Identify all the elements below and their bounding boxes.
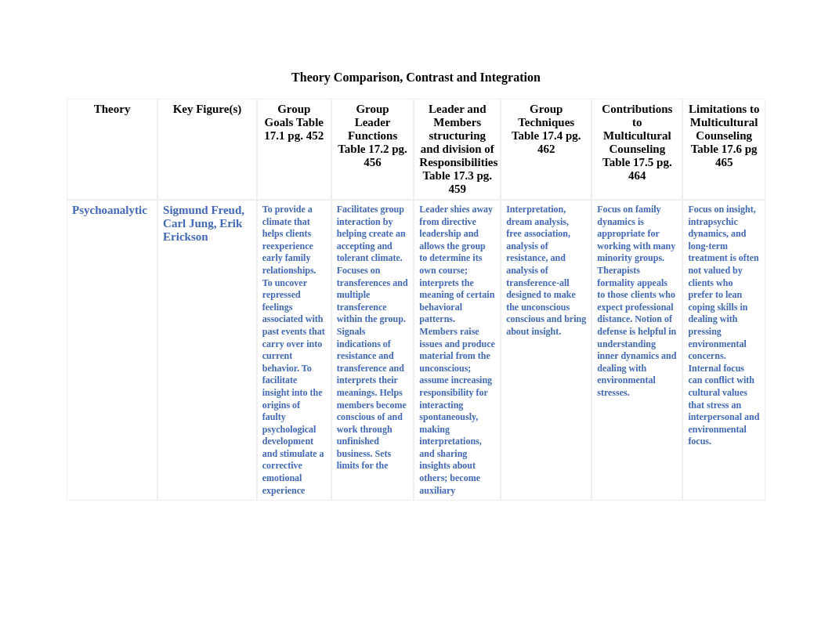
cell-limitations: Focus on insight, intrapsychic dynamics,…	[682, 200, 765, 501]
cell-techniques: Interpretation, dream analysis, free ass…	[501, 200, 591, 501]
cell-goals: To provide a climate that helps clients …	[257, 200, 331, 501]
header-leader-functions: Group Leader Functions Table 17.2 pg. 45…	[331, 99, 414, 200]
cell-theory: Psychoanalytic	[67, 200, 157, 501]
header-techniques: Group Techniques Table 17.4 pg. 462	[501, 99, 591, 200]
table-header-row: Theory Key Figure(s) Group Goals Table 1…	[67, 99, 765, 200]
header-contributions: Contributions to Multicultural Counselin…	[591, 99, 682, 200]
document-title: Theory Comparison, Contrast and Integrat…	[67, 71, 765, 85]
header-limitations: Limitations to Multicultural Counseling …	[682, 99, 765, 200]
header-group-goals: Group Goals Table 17.1 pg. 452	[257, 99, 331, 200]
cell-structuring: Leader shies away from directive leaders…	[414, 200, 501, 501]
header-theory: Theory	[67, 99, 157, 200]
cell-contributions: Focus on family dynamics is appropriate …	[591, 200, 682, 501]
comparison-table: Theory Key Figure(s) Group Goals Table 1…	[67, 99, 765, 501]
table-row: Psychoanalytic Sigmund Freud, Carl Jung,…	[67, 200, 765, 501]
header-structuring: Leader and Members structuring and divis…	[414, 99, 501, 200]
document-page: Theory Comparison, Contrast and Integrat…	[0, 0, 832, 501]
cell-key-figures: Sigmund Freud, Carl Jung, Erik Erickson	[157, 200, 257, 501]
header-key-figures: Key Figure(s)	[157, 99, 257, 200]
cell-leader-functions: Facilitates group interaction by helping…	[331, 200, 414, 501]
